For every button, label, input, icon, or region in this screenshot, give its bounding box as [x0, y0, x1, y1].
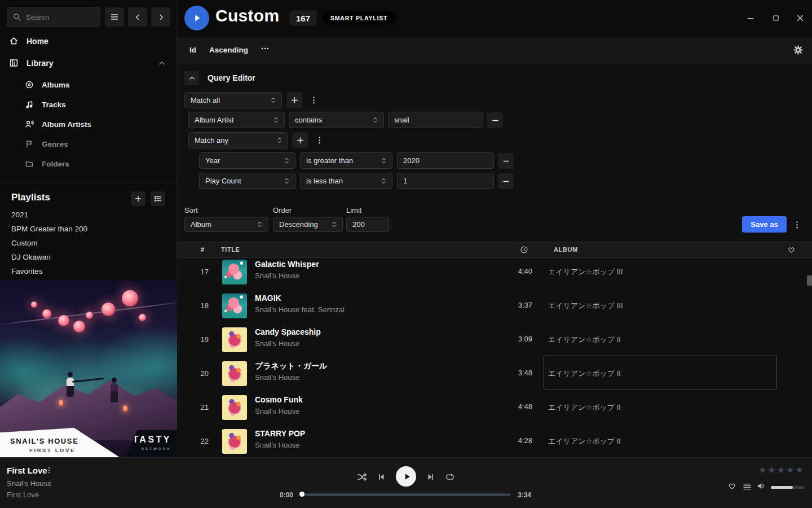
now-playing-menu-button[interactable]	[45, 466, 53, 474]
star-icon[interactable]	[767, 465, 776, 475]
table-row[interactable]: 17 Galactic Whisper Snail’s House 4:40 エ…	[177, 259, 812, 289]
rule-value-input[interactable]	[403, 156, 488, 165]
close-button[interactable]	[795, 13, 805, 23]
sidebar-item-home[interactable]: Home	[9, 36, 48, 46]
playlist-item[interactable]: DJ Okawari	[11, 253, 51, 261]
group-menu-button-2[interactable]	[315, 133, 324, 147]
query-editor-collapse-button[interactable]	[184, 71, 199, 85]
rule-op-select[interactable]: is greater than	[300, 152, 392, 169]
rule-value-field[interactable]	[397, 173, 494, 189]
more-options-button[interactable]	[261, 44, 270, 53]
shuffle-button[interactable]	[357, 472, 367, 482]
scrollbar-thumb[interactable]	[807, 275, 812, 286]
sidebar-item-library[interactable]: Library	[9, 58, 166, 68]
track-count-badge: 167	[289, 10, 317, 26]
rule-value-input[interactable]	[403, 177, 488, 185]
maximize-button[interactable]	[771, 13, 781, 23]
group-menu-button-1[interactable]	[309, 93, 318, 107]
disc-icon	[25, 80, 34, 89]
match-type-select-1[interactable]: Match all	[184, 92, 282, 108]
add-playlist-button[interactable]	[131, 191, 145, 206]
sidebar-item-label: Albums	[42, 81, 70, 89]
play-pause-button[interactable]	[396, 466, 416, 487]
back-button[interactable]	[128, 7, 147, 27]
playlist-item[interactable]: Favorites	[11, 267, 43, 275]
playlist-item[interactable]: 2021	[11, 211, 28, 219]
sidebar-item-folders[interactable]: Folders	[25, 159, 69, 168]
search-input[interactable]	[26, 13, 88, 21]
search-box[interactable]	[7, 7, 100, 27]
save-as-button[interactable]: Save as	[742, 216, 787, 233]
play-playlist-button[interactable]	[184, 6, 209, 30]
rule-op-select[interactable]: is less than	[300, 173, 392, 189]
match-type-select-2[interactable]: Match any	[188, 132, 288, 148]
playlist-item[interactable]: BPM Greater than 200	[11, 225, 87, 233]
volume-button[interactable]	[757, 481, 766, 491]
forward-button[interactable]	[151, 7, 170, 27]
settings-button[interactable]	[793, 45, 803, 55]
playlist-options-button[interactable]	[151, 191, 165, 206]
playlist-item[interactable]: Custom	[11, 239, 38, 247]
rule-value-input[interactable]	[394, 116, 477, 124]
menu-button[interactable]	[105, 7, 124, 27]
repeat-button[interactable]	[445, 472, 455, 482]
add-rule-button-1[interactable]	[286, 92, 302, 108]
sidebar-item-genres[interactable]: Genres	[25, 139, 68, 148]
seek-handle[interactable]	[299, 492, 304, 497]
seek-bar[interactable]	[302, 493, 510, 496]
table-row[interactable]: 19 Candy Spaceship Snail’s House 3:09 エイ…	[177, 323, 812, 357]
add-rule-button-2[interactable]	[292, 132, 308, 148]
sort-label: Sort	[184, 206, 198, 214]
heart-icon[interactable]	[787, 246, 796, 254]
rule-value-field[interactable]	[397, 152, 494, 169]
track-album: エイリアン☆ポップ II	[548, 369, 621, 379]
rule-field-select[interactable]: Album Artist	[188, 112, 285, 128]
table-row[interactable]: 21 Cosmo Funk Snail’s House 4:48 エイリアン☆ポ…	[177, 391, 812, 424]
dots-vertical-icon	[45, 466, 53, 474]
volume-slider[interactable]	[771, 486, 804, 489]
star-icon[interactable]	[758, 465, 767, 475]
remove-rule-button[interactable]	[487, 112, 503, 128]
column-index[interactable]: #	[201, 246, 205, 253]
table-row[interactable]: 22 STARRY POP Snail’s House 4:28 エイリアン☆ポ…	[177, 424, 812, 457]
clock-icon[interactable]	[520, 246, 528, 254]
sidebar-item-tracks[interactable]: Tracks	[25, 100, 66, 109]
remove-rule-button[interactable]	[498, 153, 514, 169]
limit-input[interactable]	[352, 220, 383, 229]
sort-select[interactable]: Album	[184, 217, 268, 232]
playlists-heading: Playlists	[11, 192, 50, 203]
sidebar-item-albums[interactable]: Albums	[25, 80, 70, 89]
rule-op-select[interactable]: contains	[289, 112, 384, 128]
rating-stars[interactable]	[758, 465, 805, 475]
column-title[interactable]: TITLE	[221, 246, 240, 253]
column-album[interactable]: ALBUM	[554, 246, 578, 253]
queue-button[interactable]	[743, 482, 752, 491]
star-icon[interactable]	[786, 465, 795, 475]
order-select[interactable]: Descending	[273, 217, 343, 232]
minimize-button[interactable]	[745, 13, 756, 23]
rule-value-field[interactable]	[388, 112, 483, 128]
limit-field[interactable]	[346, 217, 389, 232]
heart-icon	[727, 481, 736, 491]
minus-icon	[502, 177, 510, 186]
previous-button[interactable]	[377, 472, 386, 481]
track-duration: 4:28	[503, 436, 532, 445]
next-button[interactable]	[426, 472, 435, 481]
table-row[interactable]: 18 MAGIK Snail’s House feat. Sennzai 3:3…	[177, 289, 812, 323]
select-value: Match all	[191, 96, 220, 104]
sort-field-button[interactable]: Id	[189, 46, 196, 54]
track-artist: Snail’s House	[255, 373, 299, 382]
collapse-chevron-icon[interactable]	[158, 59, 166, 67]
favorite-button[interactable]	[727, 481, 736, 491]
now-playing-album-art[interactable]: SNAIL'S HOUSE FIRST LOVE TASTY NETWORK	[0, 280, 177, 457]
sidebar-item-album-artists[interactable]: Album Artists	[25, 120, 91, 129]
save-menu-button[interactable]	[792, 217, 801, 232]
caret-updown-icon	[257, 220, 262, 229]
star-icon[interactable]	[777, 465, 786, 475]
table-row[interactable]: 20 プラネット・ガール Snail’s House 3:48 エイリアン☆ポッ…	[177, 357, 812, 391]
rule-field-select[interactable]: Play Count	[199, 173, 295, 189]
rule-field-select[interactable]: Year	[199, 152, 295, 169]
sort-direction-button[interactable]: Ascending	[209, 46, 248, 54]
remove-rule-button[interactable]	[498, 173, 514, 189]
star-icon[interactable]	[795, 465, 804, 475]
